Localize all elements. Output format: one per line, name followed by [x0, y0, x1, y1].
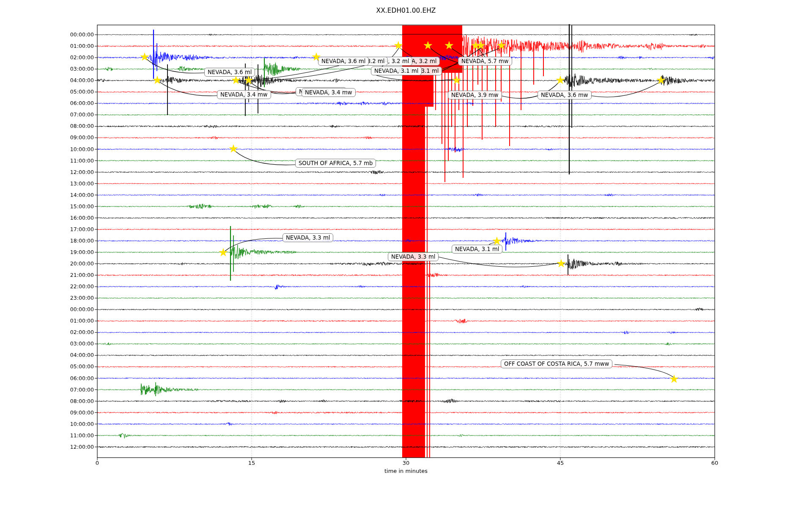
- event-star-icon: ★: [656, 75, 666, 86]
- plot-title: XX.EDH01.00.EHZ: [0, 7, 812, 14]
- event-label: NEVADA, 3.4 mw: [217, 90, 271, 99]
- row-label: 22:00:00: [70, 283, 94, 290]
- event-label: OFF COAST OF COSTA RICA, 5.7 mww: [501, 359, 612, 368]
- row-label: 02:00:00: [70, 54, 94, 61]
- row-label: 12:00:00: [70, 444, 94, 450]
- event-star-icon: ★: [423, 40, 433, 51]
- event-label: NEVADA, 3.1 ml: [371, 66, 422, 75]
- row-label: 07:00:00: [70, 111, 94, 118]
- row-label: 03:00:00: [70, 66, 94, 72]
- x-tick-label: 30: [403, 460, 410, 466]
- row-label: 04:00:00: [70, 77, 94, 83]
- seismogram-figure: XX.EDH01.00.EHZ time in minutes 00:00:00…: [0, 0, 812, 508]
- row-label: 03:00:00: [70, 340, 94, 347]
- row-label: 11:00:00: [70, 432, 94, 439]
- row-label: 01:00:00: [70, 318, 94, 324]
- event-label: NEVADA, 3.4 mw: [302, 88, 356, 97]
- row-label: 20:00:00: [70, 260, 94, 267]
- row-label: 01:00:00: [70, 43, 94, 49]
- row-label: 10:00:00: [70, 421, 94, 427]
- event-star-icon: ★: [244, 75, 253, 86]
- row-label: 09:00:00: [70, 134, 94, 141]
- row-label: 21:00:00: [70, 272, 94, 278]
- event-star-icon: ★: [228, 143, 238, 154]
- event-star-icon: ★: [152, 75, 162, 86]
- row-label: 19:00:00: [70, 249, 94, 255]
- row-label: 11:00:00: [70, 157, 94, 164]
- event-star-icon: ★: [556, 258, 566, 269]
- row-label: 13:00:00: [70, 180, 94, 187]
- event-star-icon: ★: [444, 40, 454, 51]
- row-label: 05:00:00: [70, 363, 94, 370]
- x-tick-label: 45: [557, 460, 564, 466]
- event-star-icon: ★: [497, 40, 506, 51]
- row-label: 09:00:00: [70, 409, 94, 416]
- x-tick-label: 15: [248, 460, 255, 466]
- event-star-icon: ★: [311, 51, 321, 62]
- event-star-icon: ★: [140, 51, 149, 62]
- event-label: NEVADA, 3.6 mw: [538, 91, 592, 99]
- row-label: 02:00:00: [70, 329, 94, 335]
- event-label: NEVADA, 3.3 ml: [388, 252, 439, 261]
- event-label: NEVADA, 3.3 ml: [283, 233, 333, 242]
- row-label: 12:00:00: [70, 169, 94, 175]
- x-tick-label: 60: [711, 460, 719, 466]
- row-label: 07:00:00: [70, 387, 94, 393]
- row-label: 10:00:00: [70, 146, 94, 152]
- row-label: 23:00:00: [70, 295, 94, 301]
- event-star-icon: ★: [555, 75, 565, 86]
- row-label: 17:00:00: [70, 226, 94, 232]
- row-label: 08:00:00: [70, 123, 94, 129]
- row-label: 04:00:00: [70, 352, 94, 358]
- event-label: SOUTH OF AFRICA, 5.7 mb: [295, 159, 376, 168]
- event-star-icon: ★: [492, 235, 502, 246]
- event-star-icon: ★: [231, 75, 241, 86]
- row-label: 08:00:00: [70, 398, 94, 404]
- event-star-icon: ★: [218, 247, 228, 258]
- row-label: 16:00:00: [70, 215, 94, 221]
- x-tick-label: 0: [96, 460, 99, 466]
- event-star-icon: ★: [393, 40, 403, 51]
- event-star-icon: ★: [452, 75, 461, 86]
- row-label: 00:00:00: [70, 306, 94, 312]
- row-label: 06:00:00: [70, 375, 94, 381]
- row-label: 06:00:00: [70, 100, 94, 106]
- event-star-icon: ★: [669, 373, 679, 384]
- row-label: 14:00:00: [70, 192, 94, 198]
- event-label: NEVADA, 5.7 mw: [458, 57, 512, 66]
- row-label: 18:00:00: [70, 237, 94, 244]
- row-label: 15:00:00: [70, 203, 94, 210]
- row-label: 00:00:00: [70, 31, 94, 38]
- event-star-icon: ★: [476, 40, 486, 51]
- event-label: NEVADA, 3.6 ml: [318, 57, 369, 66]
- x-axis-label: time in minutes: [0, 468, 812, 474]
- event-label: NEVADA, 3.9 mw: [448, 91, 502, 99]
- row-label: 05:00:00: [70, 88, 94, 95]
